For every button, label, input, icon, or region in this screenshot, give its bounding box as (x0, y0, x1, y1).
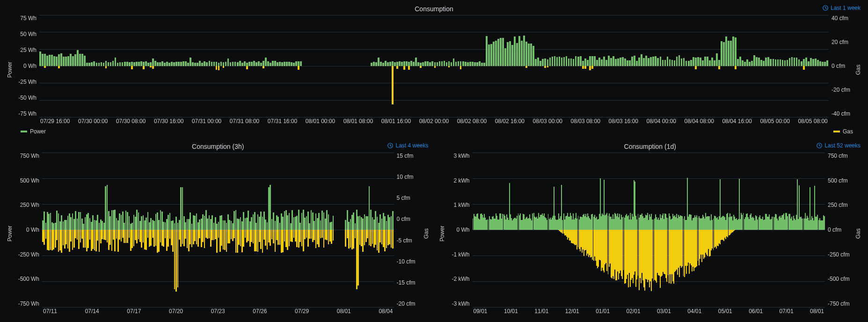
legend-label-gas: Gas (843, 128, 853, 135)
tick-label: 40 cfm (832, 15, 848, 22)
plot[interactable]: Power 3 kWh2 kWh1 kWh0 Wh-1 kWh-2 kWh-3 … (439, 151, 862, 316)
legend-label-power: Power (30, 128, 46, 135)
y-axis-left-ticks: 75 Wh50 Wh25 Wh0 Wh-25 Wh-50 Wh-75 Wh (13, 13, 36, 126)
tick-label: 07/26 (253, 308, 267, 316)
tick-label: 07/30 16:00 (154, 118, 183, 126)
tick-label: 07/31 00:00 (192, 118, 221, 126)
tick-label: -250 Wh (18, 251, 39, 258)
tick-label: 5 cfm (397, 195, 410, 201)
panel-header: Consumption (3h) Last 4 weeks (7, 142, 430, 151)
y-axis-label-right: Gas (855, 65, 861, 75)
tick-label: -10 cfm (397, 258, 416, 265)
tick-label: -50 Wh (18, 95, 36, 101)
tick-label: 2 kWh (453, 177, 469, 184)
tick-label: 08/02 16:00 (495, 118, 525, 126)
tick-label: 09/01 (474, 308, 488, 316)
y-axis-label-right: Gas (855, 228, 861, 239)
tick-label: -40 cfm (832, 110, 850, 117)
tick-label: -1 kWh (452, 251, 469, 258)
tick-label: -15 cfm (397, 279, 416, 286)
bars (39, 15, 829, 117)
tick-label: 07/23 (211, 308, 225, 316)
legend: Power Gas (7, 126, 861, 136)
tick-label: 08/04 (379, 308, 393, 316)
tick-label: 08/01 16:00 (381, 118, 411, 126)
y-axis-right-ticks: 750 cfm500 cfm250 cfm0 cfm-250 cfm-500 c… (828, 151, 855, 316)
panel-title: Consumption (3h) (192, 143, 244, 150)
tick-label: 500 Wh (20, 177, 39, 184)
tick-label: 07/31 08:00 (230, 118, 259, 126)
tick-label: 03/01 (657, 308, 671, 316)
tick-label: -5 cfm (397, 237, 412, 244)
y-axis-label-right: Gas (423, 228, 430, 239)
tick-label: 08/03 00:00 (533, 118, 562, 126)
tick-label: 08/04 00:00 (647, 118, 676, 126)
y-axis-label-left: Power (439, 226, 445, 242)
tick-label: 50 Wh (20, 31, 36, 37)
tick-label: 01/01 (596, 308, 610, 316)
tick-label: 500 cfm (828, 177, 848, 184)
plot-area[interactable]: 09/0110/0111/0112/0101/0102/0103/0104/01… (473, 151, 825, 316)
plot-area[interactable]: 07/1107/1407/1707/2007/2307/2607/2908/01… (42, 151, 394, 316)
tick-label: 0 Wh (456, 227, 469, 233)
swatch-gas (833, 131, 840, 132)
tick-label: 02/01 (627, 308, 641, 316)
tick-label: 08/01 08:00 (343, 118, 373, 126)
plot[interactable]: Power 75 Wh50 Wh25 Wh0 Wh-25 Wh-50 Wh-75… (7, 13, 861, 126)
tick-label: 07/01 (780, 308, 794, 316)
plot[interactable]: Power 750 Wh500 Wh250 Wh0 Wh-250 Wh-500 … (7, 151, 430, 316)
time-range-picker[interactable]: Last 1 week (822, 5, 861, 11)
tick-label: 1 kWh (453, 202, 469, 208)
tick-label: 07/11 (43, 308, 57, 316)
tick-label: 0 cfm (397, 216, 410, 222)
clock-icon (387, 142, 394, 149)
tick-label: 07/29 (295, 308, 309, 316)
y-axis-left-ticks: 750 Wh500 Wh250 Wh0 Wh-250 Wh-500 Wh-750… (13, 151, 39, 316)
tick-label: 07/14 (85, 308, 99, 316)
bottom-row: Consumption (3h) Last 4 weeks Power 750 … (3, 139, 865, 320)
tick-label: -25 Wh (18, 79, 36, 85)
tick-label: 06/01 (749, 308, 763, 316)
panel-title: Consumption (415, 5, 453, 13)
panel-title: Consumption (1d) (624, 143, 676, 150)
x-axis-ticks: 07/29 16:0007/30 00:0007/30 08:0007/30 1… (39, 118, 829, 126)
bars (473, 153, 825, 307)
tick-label: 250 cfm (828, 202, 848, 208)
time-range-picker[interactable]: Last 4 weeks (387, 142, 428, 149)
tick-label: -20 cfm (397, 300, 416, 307)
tick-label: 07/30 08:00 (116, 118, 146, 126)
y-axis-label-left: Power (7, 62, 13, 78)
tick-label: 20 cfm (832, 39, 848, 45)
tick-label: 15 cfm (397, 153, 414, 159)
tick-label: 04/01 (687, 308, 701, 316)
time-range-label: Last 1 week (831, 5, 861, 11)
tick-label: -750 cfm (828, 300, 850, 307)
tick-label: 0 Wh (26, 227, 39, 233)
legend-item-gas[interactable]: Gas (833, 128, 853, 135)
tick-label: 75 Wh (20, 15, 36, 22)
bars (42, 153, 394, 307)
tick-label: 07/31 16:00 (268, 118, 297, 126)
tick-label: -75 Wh (18, 110, 36, 117)
tick-label: -500 Wh (18, 276, 39, 282)
tick-label: 08/03 08:00 (571, 118, 600, 126)
plot-area[interactable]: 07/29 16:0007/30 00:0007/30 08:0007/30 1… (39, 13, 829, 126)
legend-item-power[interactable]: Power (21, 128, 46, 135)
panel-header: Consumption Last 1 week (7, 5, 861, 13)
tick-label: 07/29 16:00 (40, 118, 70, 126)
tick-label: -2 kWh (452, 276, 469, 282)
time-range-picker[interactable]: Last 52 weeks (816, 142, 861, 149)
tick-label: 07/17 (127, 308, 141, 316)
tick-label: 750 Wh (20, 153, 39, 159)
swatch-power (21, 131, 27, 132)
tick-label: 08/03 16:00 (609, 118, 638, 126)
time-range-label: Last 52 weeks (824, 142, 861, 149)
tick-label: 3 kWh (453, 153, 469, 159)
tick-label: 08/01 (810, 308, 824, 316)
tick-label: -750 Wh (18, 300, 39, 307)
y-axis-label-left: Power (7, 226, 13, 242)
tick-label: 0 Wh (23, 63, 36, 69)
tick-label: 07/30 00:00 (78, 118, 108, 126)
dashboard: Consumption Last 1 week Power 75 Wh50 Wh… (0, 0, 868, 322)
panel-consumption-1w: Consumption Last 1 week Power 75 Wh50 Wh… (3, 2, 865, 139)
